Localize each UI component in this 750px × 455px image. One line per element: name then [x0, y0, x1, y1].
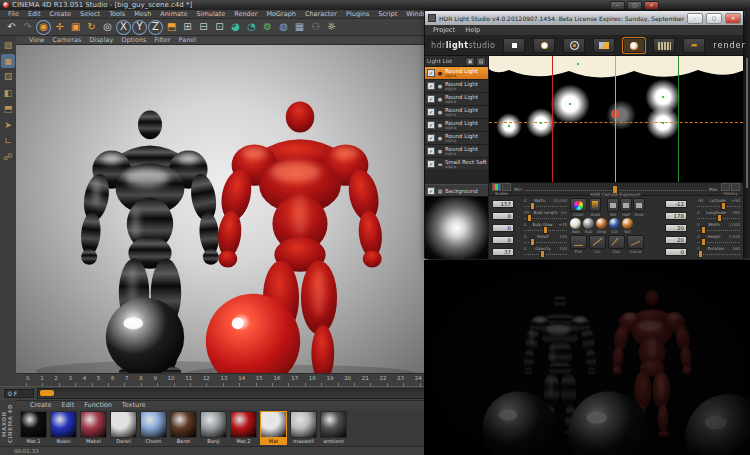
menu-item[interactable]: Character	[301, 10, 341, 18]
param-slider[interactable]: 0 Longitude 360	[697, 210, 740, 221]
hdr-close-button[interactable]: ✕	[725, 13, 741, 24]
autokey-icon[interactable]: ⊟	[196, 20, 211, 35]
maximize-button[interactable]: ▢	[627, 1, 642, 10]
alpha-light-icon[interactable]	[623, 38, 645, 53]
material-item[interactable]: maxwell	[290, 411, 317, 446]
material-menu-item[interactable]: Function	[80, 401, 116, 409]
menu-item[interactable]: Mesh	[130, 10, 155, 18]
move-tool-icon[interactable]: ✛	[52, 20, 67, 35]
param-slider[interactable]: -90 Latitude +90	[697, 198, 740, 209]
falloff-curve-button[interactable]: Curve	[627, 235, 644, 254]
ring-light-icon[interactable]	[563, 38, 585, 53]
magnet-icon[interactable]: ☍	[1, 150, 15, 164]
menu-item[interactable]: File	[4, 10, 23, 18]
param-value-input[interactable]: -12	[665, 200, 687, 208]
y-axis-button[interactable]: Y	[132, 20, 147, 35]
param-value-input[interactable]: 0	[492, 224, 514, 232]
light-list-item[interactable]: ● Round Light alpha	[425, 106, 488, 119]
x-axis-button[interactable]: X	[116, 20, 131, 35]
light-icon[interactable]: ☼	[324, 20, 339, 35]
z-axis-button[interactable]: Z	[148, 20, 163, 35]
param-value-input[interactable]: 37	[492, 248, 514, 256]
menu-item[interactable]: Create	[45, 10, 75, 18]
material-menu-item[interactable]: Texture	[118, 401, 150, 409]
environment-icon[interactable]: ◍	[276, 20, 291, 35]
background-checkbox[interactable]	[427, 187, 435, 195]
menu-item[interactable]: Tools	[105, 10, 129, 18]
hdr-light-studio-window[interactable]: HDR Light Studio v4.0.20120907.1454. Bet…	[424, 10, 744, 258]
light-list-item[interactable]: ● Round Light alpha	[425, 67, 488, 80]
shape-button[interactable]: Sel	[607, 198, 619, 217]
param-slider[interactable]: 2% Bulb Length 1m	[524, 210, 567, 221]
render-button[interactable]: render	[713, 41, 745, 50]
param-slider[interactable]: 0 Height 1,000	[697, 234, 740, 245]
light-enabled-checkbox[interactable]	[427, 69, 435, 77]
history-forward-icon[interactable]	[731, 183, 740, 191]
param-slider[interactable]: 0 Opacity 100	[524, 246, 567, 257]
color-button[interactable]: Color	[570, 198, 587, 217]
menu-item[interactable]: Simulate	[193, 10, 230, 18]
param-slider[interactable]: 0 Watts 10,000	[524, 198, 567, 209]
param-slider[interactable]: 0 Rotation 360	[697, 246, 740, 257]
menu-item[interactable]: Animate	[156, 10, 191, 18]
gray-scale-icon[interactable]	[502, 183, 511, 191]
menu-item[interactable]: Plugins	[342, 10, 373, 18]
material-item[interactable]: Banji	[200, 411, 227, 446]
selected-light-marker[interactable]	[611, 110, 619, 118]
menu-item[interactable]: Edit	[24, 10, 45, 18]
light-enabled-checkbox[interactable]	[427, 160, 435, 168]
viewport-menu-item[interactable]: Options	[118, 36, 149, 44]
material-item[interactable]: Danel	[110, 411, 137, 446]
point-mode-icon[interactable]: ⚄	[1, 70, 15, 84]
falloff-curve-button[interactable]: Flat	[570, 235, 587, 254]
blend-mode-button[interactable]: Add	[570, 218, 581, 234]
add-light-icon[interactable]: ▣	[465, 57, 475, 66]
live-selection-icon[interactable]: ◉	[36, 20, 51, 35]
render-settings-icon[interactable]: ⚙	[260, 20, 275, 35]
round-light-icon[interactable]	[533, 38, 555, 53]
display-mode-icon[interactable]: ⚇	[308, 20, 323, 35]
light-enabled-checkbox[interactable]	[427, 121, 435, 129]
hdr-menu-item[interactable]: Help	[461, 26, 484, 34]
history-back-icon[interactable]	[721, 183, 730, 191]
light-list-item[interactable]: ● Round Light alpha	[425, 132, 488, 145]
viewport-menu-item[interactable]: Panel	[176, 36, 200, 44]
gradient-button[interactable]: Grad	[589, 198, 601, 217]
start-frame-field[interactable]: 0 F	[4, 389, 34, 398]
blend-mode-button[interactable]: Col	[609, 218, 620, 234]
last-tool-icon[interactable]: ◎	[100, 20, 115, 35]
blend-mode-button[interactable]: Sub	[583, 218, 594, 234]
light-list-item[interactable]: ● Round Light alpha	[425, 93, 488, 106]
material-item[interactable]: Cheen	[140, 411, 167, 446]
grid-icon[interactable]: ▦	[292, 20, 307, 35]
material-item[interactable]: Banzi	[170, 411, 197, 446]
hdr-canvas[interactable]	[489, 56, 743, 183]
render-region-icon[interactable]: ◔	[244, 20, 259, 35]
rotate-tool-icon[interactable]: ↻	[84, 20, 99, 35]
filmstrip-icon[interactable]	[653, 38, 675, 53]
falloff-curve-button[interactable]: Cos	[608, 235, 625, 254]
render-preview-panel[interactable]	[424, 260, 750, 455]
close-button[interactable]: ✕	[644, 1, 659, 10]
menu-item[interactable]: Render	[230, 10, 261, 18]
param-slider[interactable]: 0 Bulb Glow +45	[524, 222, 567, 233]
hdr-maximize-button[interactable]: ▢	[706, 13, 722, 24]
shape-button[interactable]: Half	[620, 198, 632, 217]
light-enabled-checkbox[interactable]	[427, 147, 435, 155]
image-light-icon[interactable]	[593, 38, 615, 53]
light-enabled-checkbox[interactable]	[427, 134, 435, 142]
record-keyframe-icon[interactable]: ⊞	[180, 20, 195, 35]
timeline-ruler[interactable]: 0123456789101112131415161718192021222324	[16, 373, 428, 386]
coordinate-system-icon[interactable]: ⬒	[164, 20, 179, 35]
param-value-input[interactable]: 157	[492, 200, 514, 208]
menu-item[interactable]: Script	[374, 10, 401, 18]
blend-mode-button[interactable]: Sat	[622, 218, 633, 234]
light-enabled-checkbox[interactable]	[427, 108, 435, 116]
light-enabled-checkbox[interactable]	[427, 95, 435, 103]
material-item[interactable]: ambient	[320, 411, 347, 446]
material-menu-item[interactable]: Edit	[58, 401, 79, 409]
material-item[interactable]: Mat	[260, 411, 287, 446]
axis-mode-icon[interactable]: ➤	[1, 118, 15, 132]
polygon-mode-icon[interactable]: ⬒	[1, 102, 15, 116]
light-enabled-checkbox[interactable]	[427, 82, 435, 90]
